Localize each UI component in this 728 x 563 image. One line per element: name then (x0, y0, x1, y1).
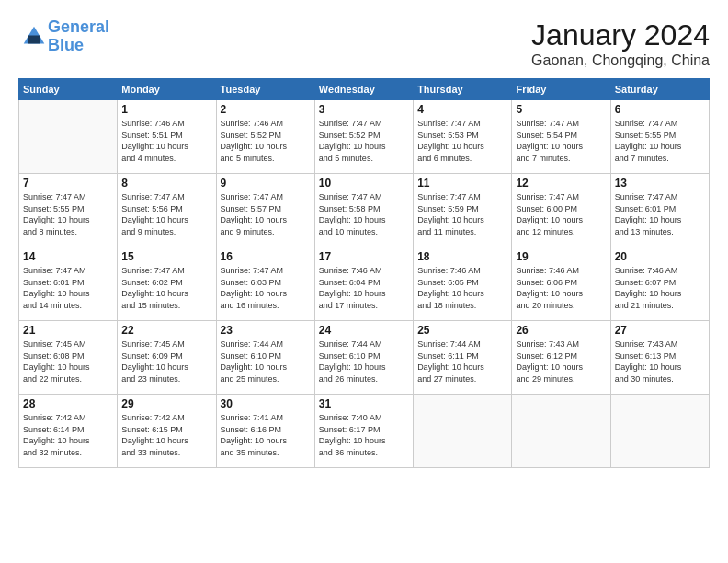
logo-text: General Blue (48, 18, 109, 55)
table-row (19, 100, 118, 174)
day-info: Sunrise: 7:42 AMSunset: 6:15 PMDaylight:… (121, 412, 211, 458)
table-row: 28Sunrise: 7:42 AMSunset: 6:14 PMDayligh… (19, 395, 118, 468)
day-number: 11 (417, 177, 507, 190)
table-row: 21Sunrise: 7:45 AMSunset: 6:08 PMDayligh… (19, 321, 118, 395)
day-number: 25 (417, 324, 507, 337)
day-number: 14 (23, 250, 113, 263)
calendar-week-row: 21Sunrise: 7:45 AMSunset: 6:08 PMDayligh… (19, 321, 710, 395)
day-info: Sunrise: 7:40 AMSunset: 6:17 PMDaylight:… (319, 412, 409, 458)
day-info: Sunrise: 7:47 AMSunset: 5:55 PMDaylight:… (23, 191, 113, 237)
table-row: 31Sunrise: 7:40 AMSunset: 6:17 PMDayligh… (314, 395, 413, 468)
col-tuesday: Tuesday (216, 79, 314, 100)
day-info: Sunrise: 7:47 AMSunset: 5:53 PMDaylight:… (417, 118, 507, 164)
col-saturday: Saturday (610, 79, 709, 100)
day-info: Sunrise: 7:47 AMSunset: 6:02 PMDaylight:… (121, 265, 211, 311)
day-number: 19 (516, 250, 606, 263)
day-number: 31 (319, 397, 409, 410)
day-number: 23 (221, 324, 311, 337)
day-number: 27 (615, 324, 705, 337)
day-info: Sunrise: 7:42 AMSunset: 6:14 PMDaylight:… (23, 412, 113, 458)
day-info: Sunrise: 7:45 AMSunset: 6:08 PMDaylight:… (23, 339, 113, 385)
table-row: 6Sunrise: 7:47 AMSunset: 5:55 PMDaylight… (610, 100, 709, 174)
calendar-table: Sunday Monday Tuesday Wednesday Thursday… (18, 78, 710, 468)
day-number: 5 (516, 103, 606, 116)
day-info: Sunrise: 7:43 AMSunset: 6:12 PMDaylight:… (516, 339, 606, 385)
calendar-header-row: Sunday Monday Tuesday Wednesday Thursday… (19, 79, 710, 100)
day-info: Sunrise: 7:47 AMSunset: 5:59 PMDaylight:… (417, 191, 507, 237)
table-row: 29Sunrise: 7:42 AMSunset: 6:15 PMDayligh… (118, 395, 216, 468)
day-info: Sunrise: 7:46 AMSunset: 6:07 PMDaylight:… (615, 265, 705, 311)
day-number: 21 (23, 324, 113, 337)
day-number: 2 (221, 103, 311, 116)
location-subtitle: Gaonan, Chongqing, China (531, 52, 710, 69)
day-info: Sunrise: 7:47 AMSunset: 5:52 PMDaylight:… (319, 118, 409, 164)
day-info: Sunrise: 7:46 AMSunset: 5:51 PMDaylight:… (121, 118, 211, 164)
day-info: Sunrise: 7:47 AMSunset: 5:58 PMDaylight:… (319, 191, 409, 237)
table-row (512, 395, 610, 468)
logo-icon (20, 23, 48, 51)
table-row: 30Sunrise: 7:41 AMSunset: 6:16 PMDayligh… (216, 395, 314, 468)
header: General Blue January 2024 Gaonan, Chongq… (18, 18, 710, 69)
table-row: 26Sunrise: 7:43 AMSunset: 6:12 PMDayligh… (512, 321, 610, 395)
month-title: January 2024 (531, 18, 710, 52)
table-row: 11Sunrise: 7:47 AMSunset: 5:59 PMDayligh… (414, 174, 512, 247)
col-thursday: Thursday (414, 79, 512, 100)
table-row: 7Sunrise: 7:47 AMSunset: 5:55 PMDaylight… (19, 174, 118, 247)
day-info: Sunrise: 7:47 AMSunset: 5:57 PMDaylight:… (221, 191, 311, 237)
day-info: Sunrise: 7:44 AMSunset: 6:10 PMDaylight:… (319, 339, 409, 385)
day-number: 8 (121, 177, 211, 190)
day-number: 29 (121, 397, 211, 410)
page: General Blue January 2024 Gaonan, Chongq… (0, 0, 728, 563)
logo: General Blue (18, 18, 109, 55)
day-number: 18 (417, 250, 507, 263)
day-info: Sunrise: 7:46 AMSunset: 6:04 PMDaylight:… (319, 265, 409, 311)
table-row: 10Sunrise: 7:47 AMSunset: 5:58 PMDayligh… (314, 174, 413, 247)
day-number: 6 (615, 103, 705, 116)
table-row: 20Sunrise: 7:46 AMSunset: 6:07 PMDayligh… (610, 247, 709, 321)
day-info: Sunrise: 7:41 AMSunset: 6:16 PMDaylight:… (221, 412, 311, 458)
calendar-week-row: 7Sunrise: 7:47 AMSunset: 5:55 PMDaylight… (19, 174, 710, 247)
table-row: 3Sunrise: 7:47 AMSunset: 5:52 PMDaylight… (314, 100, 413, 174)
day-info: Sunrise: 7:47 AMSunset: 6:00 PMDaylight:… (516, 191, 606, 237)
logo-line2: Blue (48, 36, 84, 54)
day-number: 10 (319, 177, 409, 190)
day-info: Sunrise: 7:47 AMSunset: 6:03 PMDaylight:… (221, 265, 311, 311)
table-row: 4Sunrise: 7:47 AMSunset: 5:53 PMDaylight… (414, 100, 512, 174)
day-number: 28 (23, 397, 113, 410)
day-number: 24 (319, 324, 409, 337)
day-number: 7 (23, 177, 113, 190)
table-row: 15Sunrise: 7:47 AMSunset: 6:02 PMDayligh… (118, 247, 216, 321)
day-number: 3 (319, 103, 409, 116)
day-number: 30 (221, 397, 311, 410)
day-number: 26 (516, 324, 606, 337)
day-info: Sunrise: 7:47 AMSunset: 5:54 PMDaylight:… (516, 118, 606, 164)
col-friday: Friday (512, 79, 610, 100)
day-info: Sunrise: 7:46 AMSunset: 6:05 PMDaylight:… (417, 265, 507, 311)
logo-line1: General (48, 17, 109, 36)
day-info: Sunrise: 7:47 AMSunset: 5:55 PMDaylight:… (615, 118, 705, 164)
table-row: 9Sunrise: 7:47 AMSunset: 5:57 PMDaylight… (216, 174, 314, 247)
day-number: 22 (121, 324, 211, 337)
table-row (414, 395, 512, 468)
day-number: 16 (221, 250, 311, 263)
table-row: 27Sunrise: 7:43 AMSunset: 6:13 PMDayligh… (610, 321, 709, 395)
day-info: Sunrise: 7:47 AMSunset: 6:01 PMDaylight:… (23, 265, 113, 311)
day-number: 17 (319, 250, 409, 263)
day-info: Sunrise: 7:43 AMSunset: 6:13 PMDaylight:… (615, 339, 705, 385)
calendar-week-row: 14Sunrise: 7:47 AMSunset: 6:01 PMDayligh… (19, 247, 710, 321)
table-row: 5Sunrise: 7:47 AMSunset: 5:54 PMDaylight… (512, 100, 610, 174)
col-wednesday: Wednesday (314, 79, 413, 100)
day-number: 1 (121, 103, 211, 116)
table-row: 17Sunrise: 7:46 AMSunset: 6:04 PMDayligh… (314, 247, 413, 321)
title-area: January 2024 Gaonan, Chongqing, China (531, 18, 710, 69)
table-row: 1Sunrise: 7:46 AMSunset: 5:51 PMDaylight… (118, 100, 216, 174)
calendar-week-row: 1Sunrise: 7:46 AMSunset: 5:51 PMDaylight… (19, 100, 710, 174)
day-info: Sunrise: 7:46 AMSunset: 5:52 PMDaylight:… (221, 118, 311, 164)
table-row: 22Sunrise: 7:45 AMSunset: 6:09 PMDayligh… (118, 321, 216, 395)
col-sunday: Sunday (19, 79, 118, 100)
table-row: 13Sunrise: 7:47 AMSunset: 6:01 PMDayligh… (610, 174, 709, 247)
table-row: 25Sunrise: 7:44 AMSunset: 6:11 PMDayligh… (414, 321, 512, 395)
day-number: 15 (121, 250, 211, 263)
day-number: 9 (221, 177, 311, 190)
day-number: 4 (417, 103, 507, 116)
